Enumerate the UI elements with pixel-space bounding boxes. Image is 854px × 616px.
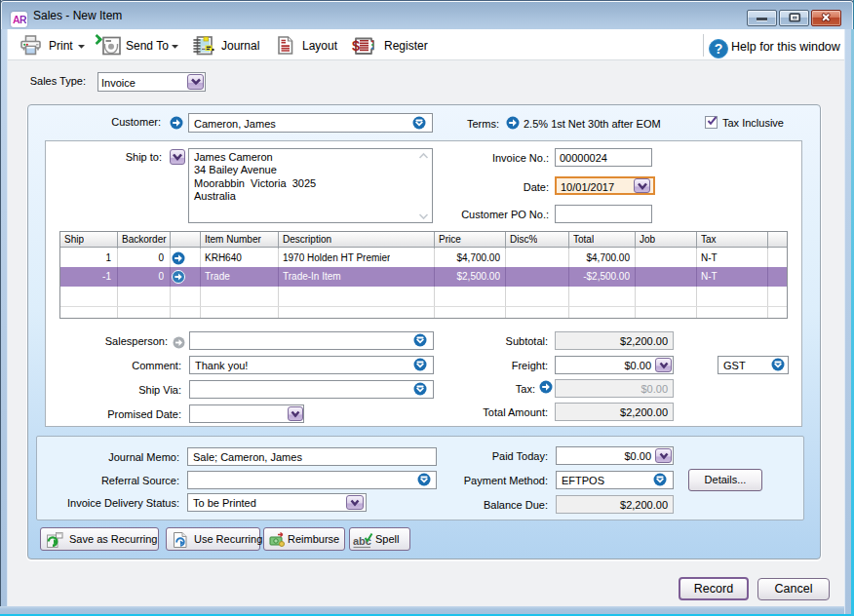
svg-text:?: ? — [715, 41, 723, 57]
svg-text:$: $ — [352, 38, 360, 54]
svg-text:abc: abc — [353, 535, 371, 547]
